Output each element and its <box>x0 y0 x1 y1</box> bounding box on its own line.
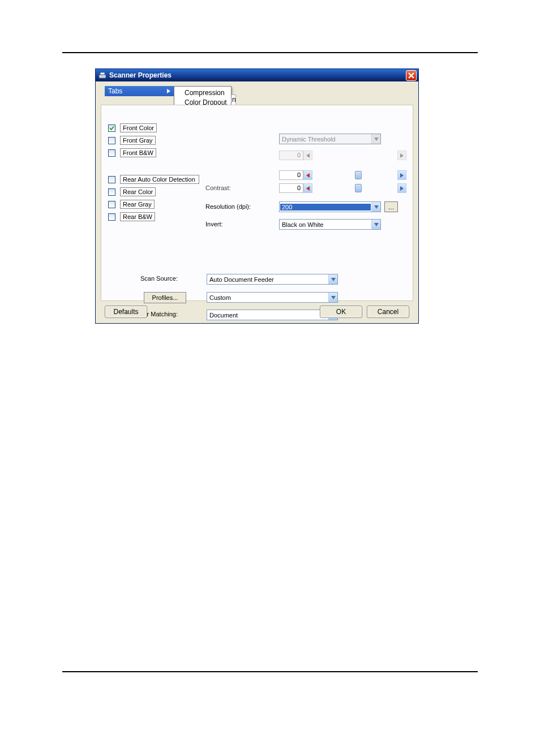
brightness-value: 0 <box>279 170 303 180</box>
row-rear-bw: Rear B&W <box>108 211 210 223</box>
defaults-button[interactable]: Defaults <box>105 306 147 318</box>
arrow-left-icon <box>303 151 312 160</box>
scan-source-label: Scan Source: <box>121 275 178 282</box>
checkbox-front-gray[interactable] <box>108 137 115 144</box>
row-rear-gray: Rear Gray <box>108 198 210 211</box>
slider-track[interactable] <box>312 170 397 180</box>
resolution-value: 200 <box>280 204 371 211</box>
scanner-properties-dialog: Scanner Properties Tabs Compression Colo… <box>95 68 419 324</box>
row-rear-color: Rear Color <box>108 186 210 198</box>
app-icon <box>98 71 106 79</box>
close-button[interactable] <box>406 70 417 81</box>
tabs-menu-label: Tabs <box>108 87 122 95</box>
row-front-gray: Front Gray <box>108 134 210 147</box>
row-rear-auto: Rear Auto Color Detection <box>108 173 210 186</box>
chevron-down-icon <box>371 134 380 144</box>
tab-body: Front Color Front Gray Front B&W Rear Au… <box>101 105 413 301</box>
checkbox-rear-color[interactable] <box>108 188 115 196</box>
brightness-slider[interactable]: 0 <box>279 170 406 180</box>
slider-track <box>312 151 397 160</box>
arrow-right-icon[interactable] <box>397 183 406 193</box>
contrast-value: 0 <box>279 183 303 193</box>
contrast-label-fragment: Contrast: <box>205 184 231 191</box>
label-rear-gray[interactable]: Rear Gray <box>120 200 155 209</box>
title-bar[interactable]: Scanner Properties <box>96 69 418 81</box>
submenu-arrow-icon <box>167 89 170 93</box>
image-selection-list: Front Color Front Gray Front B&W Rear Au… <box>108 122 210 223</box>
row-front-color: Front Color <box>108 122 210 134</box>
svg-rect-1 <box>100 72 105 75</box>
scan-source-value: Auto Document Feeder <box>207 276 328 283</box>
binarization-combo: Dynamic Threshold <box>279 134 381 144</box>
label-front-gray[interactable]: Front Gray <box>120 136 156 145</box>
cancel-button[interactable]: Cancel <box>367 306 409 318</box>
slider-track[interactable] <box>312 183 397 193</box>
scan-source-combo[interactable]: Auto Document Feeder <box>207 274 338 285</box>
checkbox-front-color[interactable] <box>108 124 115 132</box>
chevron-down-icon[interactable] <box>328 274 337 284</box>
checkbox-front-bw[interactable] <box>108 149 115 157</box>
row-front-bw: Front B&W <box>108 147 210 159</box>
chevron-down-icon[interactable] <box>371 220 380 229</box>
resolution-label: Resolution (dpi): <box>205 203 251 210</box>
checkbox-rear-bw[interactable] <box>108 213 115 221</box>
tab-fragment[interactable]: n <box>232 94 236 105</box>
binarization-value: Dynamic Threshold <box>280 136 371 143</box>
label-rear-color[interactable]: Rear Color <box>120 187 156 196</box>
label-front-color[interactable]: Front Color <box>120 123 157 132</box>
ok-button[interactable]: OK <box>320 306 362 318</box>
resolution-more-button[interactable]: … <box>384 201 398 212</box>
checkbox-rear-gray[interactable] <box>108 201 115 208</box>
resolution-combo[interactable]: 200 <box>279 201 381 212</box>
invert-value: Black on White <box>280 221 371 228</box>
arrow-right-icon <box>397 151 406 160</box>
profiles-value: Custom <box>207 294 328 301</box>
threshold-slider: 0 <box>279 151 406 160</box>
invert-combo[interactable]: Black on White <box>279 219 381 230</box>
rule-top <box>62 52 478 53</box>
threshold-value: 0 <box>279 151 303 160</box>
color-matching-value: Document <box>207 312 328 319</box>
tabs-menu[interactable]: Tabs <box>105 86 174 96</box>
label-rear-bw[interactable]: Rear B&W <box>120 212 155 221</box>
profiles-combo[interactable]: Custom <box>207 292 338 303</box>
label-rear-auto[interactable]: Rear Auto Color Detection <box>120 175 199 184</box>
profiles-button[interactable]: Profiles... <box>144 292 186 303</box>
slider-thumb[interactable] <box>355 184 362 192</box>
chevron-down-icon[interactable] <box>371 202 380 212</box>
tabs-item-compression[interactable]: Compression <box>177 88 229 97</box>
color-matching-combo[interactable]: Document <box>207 310 338 320</box>
checkbox-rear-auto[interactable] <box>108 176 115 183</box>
arrow-left-icon[interactable] <box>303 170 312 180</box>
invert-label: Invert: <box>205 221 223 227</box>
label-front-bw[interactable]: Front B&W <box>120 148 156 157</box>
arrow-right-icon[interactable] <box>397 170 406 180</box>
chevron-down-icon[interactable] <box>328 293 337 302</box>
dialog-client: Tabs Compression Color Dropout Preview R… <box>96 81 418 323</box>
svg-rect-0 <box>99 75 106 78</box>
arrow-left-icon[interactable] <box>303 183 312 193</box>
slider-thumb[interactable] <box>355 171 362 179</box>
window-title: Scanner Properties <box>109 71 406 79</box>
contrast-slider[interactable]: 0 <box>279 183 406 193</box>
rule-bottom <box>62 671 478 672</box>
